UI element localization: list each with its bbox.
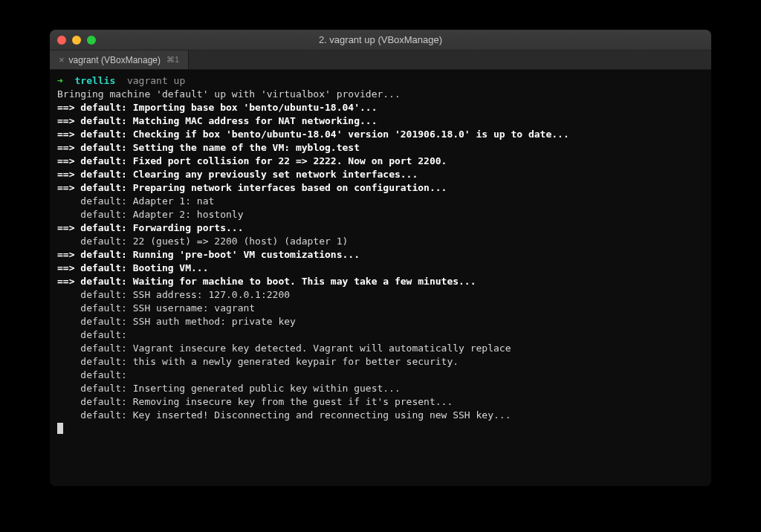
tabbar: × vagrant (VBoxManage) ⌘1 — [50, 51, 711, 70]
prompt-dir: trellis — [74, 75, 115, 86]
prompt-command: vagrant up — [121, 75, 185, 86]
maximize-window-button[interactable] — [87, 36, 96, 45]
output-line: ==> default: Waiting for machine to boot… — [57, 275, 704, 288]
output-line: default: Adapter 1: nat — [57, 195, 704, 208]
output-lines: Bringing machine 'default' up with 'virt… — [57, 88, 704, 422]
titlebar: 2. vagrant up (VBoxManage) — [50, 30, 711, 51]
prompt-arrow-icon: ➜ — [57, 75, 63, 86]
output-line: ==> default: Importing base box 'bento/u… — [57, 101, 704, 114]
tab-shortcut: ⌘1 — [166, 55, 179, 65]
output-line: default: — [57, 369, 704, 382]
traffic-lights — [57, 36, 96, 45]
output-line: ==> default: Preparing network interface… — [57, 181, 704, 195]
output-line: ==> default: Fixed port collision for 22… — [57, 155, 704, 168]
output-line: ==> default: Booting VM... — [57, 262, 704, 275]
output-line: default: SSH auth method: private key — [57, 315, 704, 328]
close-window-button[interactable] — [57, 36, 66, 45]
output-line: default: Removing insecure key from the … — [57, 395, 704, 409]
close-tab-icon[interactable]: × — [59, 55, 65, 65]
output-line: default: Inserting generated public key … — [57, 382, 704, 395]
tab-label: vagrant (VBoxManage) — [69, 55, 161, 65]
cursor-line — [57, 422, 704, 435]
output-line: default: this with a newly generated key… — [57, 355, 704, 369]
output-line: ==> default: Forwarding ports... — [57, 221, 704, 235]
output-line: ==> default: Matching MAC address for NA… — [57, 114, 704, 128]
window-title: 2. vagrant up (VBoxManage) — [319, 34, 442, 45]
tab-vagrant[interactable]: × vagrant (VBoxManage) ⌘1 — [50, 51, 189, 69]
output-line: ==> default: Clearing any previously set… — [57, 168, 704, 181]
output-line: ==> default: Checking if box 'bento/ubun… — [57, 128, 704, 141]
terminal-window: 2. vagrant up (VBoxManage) × vagrant (VB… — [50, 30, 711, 486]
output-line: default: Vagrant insecure key detected. … — [57, 342, 704, 355]
output-line: ==> default: Setting the name of the VM:… — [57, 141, 704, 155]
prompt-line: ➜ trellis vagrant up — [57, 74, 704, 88]
output-line: default: SSH address: 127.0.0.1:2200 — [57, 288, 704, 302]
minimize-window-button[interactable] — [72, 36, 81, 45]
output-line: default: 22 (guest) => 2200 (host) (adap… — [57, 235, 704, 248]
output-line: Bringing machine 'default' up with 'virt… — [57, 88, 704, 101]
cursor — [57, 423, 63, 434]
output-line: default: SSH username: vagrant — [57, 302, 704, 315]
output-line: default: Key inserted! Disconnecting and… — [57, 409, 704, 422]
output-line: default: — [57, 328, 704, 342]
terminal-body[interactable]: ➜ trellis vagrant up Bringing machine 'd… — [50, 70, 711, 486]
output-line: ==> default: Running 'pre-boot' VM custo… — [57, 248, 704, 262]
output-line: default: Adapter 2: hostonly — [57, 208, 704, 221]
